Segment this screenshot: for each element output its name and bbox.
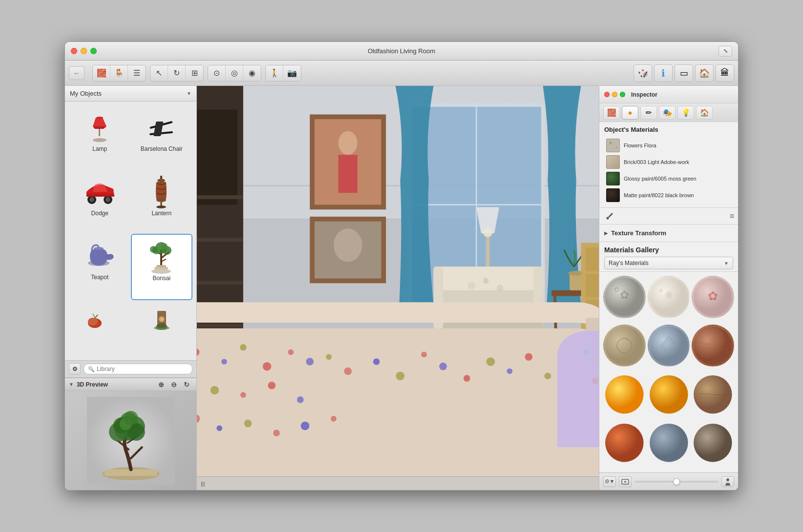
gallery-item-orange2[interactable] [648, 373, 690, 416]
brick-label: Brick/003 Light Adobe-work [624, 159, 689, 165]
preview-zoom-out-btn[interactable]: ⊖ [168, 380, 180, 389]
inspector-min-btn[interactable] [612, 92, 617, 97]
gallery-item-blue-gray[interactable] [648, 422, 690, 464]
eyedropper-tool-btn[interactable] [603, 210, 616, 223]
object-item-teapot[interactable]: Teapot [69, 234, 131, 300]
toolbar-select-btn[interactable]: ↖ [150, 65, 168, 81]
fullscreen-button[interactable]: ⤡ [718, 46, 732, 57]
gallery-item-orange1[interactable] [603, 373, 646, 416]
texture-transform-header[interactable]: ▶ Texture Transform [604, 228, 733, 238]
object-item-lantern[interactable]: Lantern [131, 170, 193, 234]
title-bar-right-controls: ⤡ [718, 46, 732, 57]
toolbar-render-off-btn[interactable]: ⊙ [208, 65, 226, 81]
gallery-item-dark-brown[interactable] [692, 422, 734, 464]
toolbar-right-group: 🎲 ℹ ▭ 🏠 🏛 [634, 64, 734, 82]
svg-point-31 [150, 246, 157, 253]
search-input-container: 🔍 [84, 364, 192, 374]
tab-materials[interactable]: ● [622, 106, 638, 120]
inspector-close-btn[interactable] [604, 92, 610, 97]
inspector-settings-btn[interactable]: ⚙▼ [603, 476, 616, 487]
tab-lighting[interactable]: 💡 [677, 106, 694, 120]
material-glossy-paint[interactable]: Glossy paint/6005 moss green [604, 170, 733, 187]
gallery-item-gray-floral[interactable]: ✿ ✿ [603, 276, 646, 318]
toolbar-objects-btn[interactable]: 🧱 [93, 65, 110, 81]
inspector-max-btn[interactable] [620, 92, 625, 97]
svg-point-41 [157, 323, 167, 328]
tab-objects[interactable]: 🧱 [603, 106, 620, 120]
flowers-flora-label: Flowers Flora [624, 142, 656, 149]
object-item-chair[interactable]: Barselona Chair [131, 105, 193, 170]
toolbar-render-on-btn[interactable]: ◉ [243, 65, 261, 81]
gallery-item-orange-texture[interactable] [603, 422, 646, 464]
gallery-item-tan-brocade[interactable] [603, 325, 646, 367]
svg-rect-80 [338, 155, 358, 193]
gallery-dropdown[interactable]: Ray's Materials ▼ [604, 257, 733, 269]
gallery-header: Materials Gallery Ray's Materials ▼ [599, 242, 738, 272]
toolbar-render-icon-btn[interactable]: 🎲 [634, 64, 652, 82]
toolbar-view3-btn[interactable]: 🏛 [716, 64, 734, 82]
preview-collapse-icon[interactable]: ▼ [69, 382, 74, 387]
material-brick[interactable]: Brick/003 Light Adobe-work [604, 154, 733, 170]
dropdown-arrow-icon: ▼ [187, 91, 191, 96]
search-input[interactable] [97, 366, 188, 372]
object-item-lamp[interactable]: Lamp [69, 105, 131, 170]
bonsai-preview-svg [87, 397, 175, 485]
gallery-item-white-floral[interactable]: ❋ ❋ [648, 276, 690, 318]
hamburger-menu-btn[interactable]: ≡ [730, 212, 734, 221]
gallery-item-rust-wood[interactable] [692, 325, 734, 367]
svg-point-147 [331, 416, 337, 422]
maximize-button[interactable] [90, 48, 97, 54]
toolbar-camera-btn[interactable]: 📷 [283, 65, 301, 81]
center-bottom-bar: ||| [197, 476, 599, 490]
tab-render[interactable]: 🎭 [659, 106, 676, 120]
svg-point-127 [211, 386, 219, 395]
material-matte-paint[interactable]: Matte paint/8022 black brown [604, 187, 733, 204]
minimize-button[interactable] [81, 48, 87, 54]
svg-text:❋: ❋ [664, 289, 673, 301]
svg-point-170 [650, 375, 688, 414]
search-settings-button[interactable]: ⚙ [69, 363, 81, 375]
toolbar-chair-btn[interactable]: 🪑 [110, 65, 128, 81]
toolbar-walk-btn[interactable]: 🚶 [266, 65, 283, 81]
svg-rect-12 [86, 194, 114, 197]
svg-point-52 [124, 410, 138, 425]
material-flowers-flora[interactable]: Flowers Flora [604, 137, 733, 154]
svg-point-83 [334, 228, 362, 262]
svg-point-138 [486, 357, 495, 366]
object-item-misc2[interactable] [131, 300, 193, 357]
toolbar-list-btn[interactable]: ☰ [128, 65, 146, 81]
preview-zoom-in-btn[interactable]: ⊕ [155, 380, 167, 389]
toolbar-view1-btn[interactable]: ▭ [675, 64, 693, 82]
inspector-person-btn[interactable] [721, 476, 734, 487]
toolbar-render-mid-btn[interactable]: ◎ [226, 65, 243, 81]
size-slider[interactable] [634, 481, 718, 483]
preview-label: 3D Preview [77, 381, 108, 388]
svg-point-124 [288, 349, 294, 355]
dodge-label: Dodge [91, 210, 108, 217]
toolbar-snap-btn[interactable]: ⊞ [186, 65, 203, 81]
lantern-label: Lantern [151, 210, 171, 217]
back-button[interactable]: ← [69, 66, 85, 80]
scene-svg [197, 86, 599, 490]
gallery-dropdown-label: Ray's Materials [609, 260, 649, 266]
object-item-bonsai[interactable]: Bonsai [131, 234, 193, 300]
toolbar-view2-btn[interactable]: 🏠 [695, 64, 714, 82]
object-item-dodge[interactable]: Dodge [69, 170, 131, 234]
close-button[interactable] [71, 48, 77, 54]
tab-edit[interactable]: ✏ [640, 106, 657, 120]
object-item-misc1[interactable] [69, 300, 131, 357]
gallery-item-red-floral[interactable]: ✿ [692, 276, 734, 318]
inspector-panel: Inspector 🧱 ● ✏ 🎭 💡 🏠 Object's Materials… [599, 86, 738, 490]
svg-point-130 [297, 396, 304, 403]
toolbar-info-btn[interactable]: ℹ [654, 64, 673, 82]
tab-scene[interactable]: 🏠 [696, 106, 713, 120]
gallery-item-blue-diamond[interactable] [648, 325, 690, 367]
toolbar-rotate-btn[interactable]: ↻ [168, 65, 186, 81]
bonsai-icon [142, 240, 181, 274]
svg-point-145 [273, 430, 280, 436]
inspector-add-btn[interactable] [619, 476, 632, 487]
objects-dropdown[interactable]: My Objects ▼ [65, 86, 196, 102]
slider-thumb[interactable] [673, 478, 680, 485]
gallery-item-brown-wood[interactable] [692, 373, 734, 416]
preview-reset-btn[interactable]: ↻ [181, 380, 192, 389]
